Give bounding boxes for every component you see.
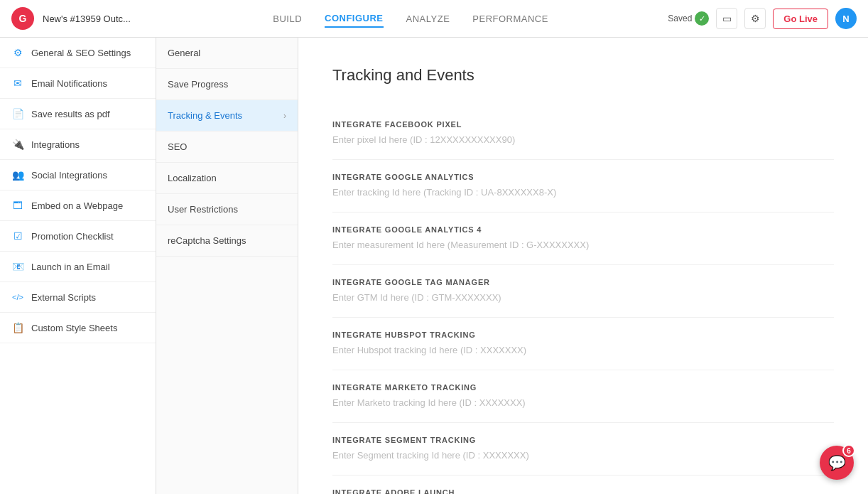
- settings-button[interactable]: ⚙: [744, 8, 766, 29]
- sidebar-item-integrations[interactable]: 🔌 Integrations: [0, 129, 156, 160]
- save-pdf-icon: 📄: [11, 107, 24, 120]
- marketo-label: INTEGRATE MARKETO TRACKING: [332, 383, 834, 392]
- nav-performance[interactable]: PERFORMANCE: [472, 11, 548, 27]
- launch-email-icon: 📧: [11, 260, 24, 273]
- google-tag-manager-label: INTEGRATE GOOGLE TAG MANAGER: [332, 278, 834, 286]
- nav-links: BUILD CONFIGURE ANALYZE PERFORMANCE: [153, 10, 668, 28]
- mid-item-user-restrictions[interactable]: User Restrictions: [156, 194, 298, 225]
- settings-icon: ⚙: [751, 13, 760, 24]
- segment-input[interactable]: [332, 449, 834, 462]
- sidebar-item-promotion-checklist[interactable]: ☑ Promotion Checklist: [0, 221, 156, 252]
- hubspot-input[interactable]: [332, 343, 834, 357]
- marketo-input[interactable]: [332, 396, 834, 409]
- mid-item-save-progress[interactable]: Save Progress: [156, 69, 298, 100]
- custom-style-icon: 📋: [11, 321, 24, 334]
- facebook-pixel-label: INTEGRATE FACEBOOK PIXEL: [332, 120, 834, 129]
- nav-configure[interactable]: CONFIGURE: [325, 10, 384, 28]
- external-scripts-icon: </>: [11, 291, 24, 304]
- google-analytics-label: INTEGRATE GOOGLE ANALYTICS: [332, 173, 834, 181]
- saved-check-icon: ✓: [695, 11, 709, 26]
- sidebar-item-custom-style[interactable]: 📋 Custom Style Sheets: [0, 313, 156, 343]
- main-layout: ⚙ General & SEO Settings ✉ Email Notific…: [0, 38, 868, 494]
- saved-status: Saved ✓: [668, 11, 709, 26]
- main-content: Tracking and Events INTEGRATE FACEBOOK P…: [298, 38, 868, 494]
- nav-analyze[interactable]: ANALYZE: [406, 11, 450, 27]
- tracking-item-segment: INTEGRATE SEGMENT TRACKING: [332, 423, 834, 476]
- general-seo-icon: ⚙: [11, 46, 24, 59]
- go-live-button[interactable]: Go Live: [773, 9, 828, 29]
- tracking-item-google-analytics-4: INTEGRATE GOOGLE ANALYTICS 4: [332, 213, 834, 265]
- google-analytics-4-label: INTEGRATE GOOGLE ANALYTICS 4: [332, 225, 834, 234]
- page-title: Tracking and Events: [332, 66, 834, 85]
- sidebar-item-launch-email[interactable]: 📧 Launch in an Email: [0, 252, 156, 282]
- segment-label: INTEGRATE SEGMENT TRACKING: [332, 436, 834, 444]
- tracking-item-hubspot: INTEGRATE HUBSPOT TRACKING: [332, 318, 834, 370]
- mid-item-recaptcha[interactable]: reCaptcha Settings: [156, 225, 298, 257]
- left-sidebar: ⚙ General & SEO Settings ✉ Email Notific…: [0, 38, 156, 494]
- hubspot-label: INTEGRATE HUBSPOT TRACKING: [332, 331, 834, 339]
- social-integrations-icon: 👥: [11, 168, 24, 181]
- adobe-launch-label: INTEGRATE ADOBE LAUNCH: [332, 488, 834, 494]
- mid-item-general[interactable]: General: [156, 38, 298, 69]
- tracking-item-marketo: INTEGRATE MARKETO TRACKING: [332, 370, 834, 423]
- google-analytics-4-input[interactable]: [332, 238, 834, 252]
- sidebar-item-email-notifications[interactable]: ✉ Email Notifications: [0, 68, 156, 99]
- google-tag-manager-input[interactable]: [332, 291, 834, 304]
- facebook-pixel-input[interactable]: [332, 133, 834, 146]
- tracking-item-google-tag-manager: INTEGRATE GOOGLE TAG MANAGER: [332, 265, 834, 318]
- promotion-icon: ☑: [11, 230, 24, 242]
- mid-item-localization[interactable]: Localization: [156, 163, 298, 194]
- sidebar-item-external-scripts[interactable]: </> External Scripts: [0, 282, 156, 313]
- top-navigation: G New's #13959 Outc... BUILD CONFIGURE A…: [0, 0, 868, 38]
- toggle-icon: ▭: [722, 13, 732, 24]
- sidebar-item-embed-webpage[interactable]: 🗔 Embed on a Webpage: [0, 190, 156, 221]
- chat-widget[interactable]: 💬 6: [820, 446, 854, 480]
- sidebar-item-social-integrations[interactable]: 👥 Social Integrations: [0, 160, 156, 190]
- embed-icon: 🗔: [11, 199, 24, 212]
- tracking-item-google-analytics: INTEGRATE GOOGLE ANALYTICS: [332, 160, 834, 213]
- mid-item-seo[interactable]: SEO: [156, 131, 298, 163]
- email-notifications-icon: ✉: [11, 77, 24, 90]
- app-logo[interactable]: G: [11, 7, 34, 30]
- app-title: New's #13959 Outc...: [43, 14, 131, 24]
- toggle-view-button[interactable]: ▭: [716, 8, 737, 29]
- sidebar-item-save-pdf[interactable]: 📄 Save results as pdf: [0, 99, 156, 129]
- nav-right-actions: Saved ✓ ▭ ⚙ Go Live N: [668, 8, 857, 29]
- chat-badge: 6: [842, 444, 855, 457]
- tracking-item-facebook-pixel: INTEGRATE FACEBOOK PIXEL: [332, 107, 834, 160]
- user-avatar[interactable]: N: [835, 8, 857, 29]
- nav-build[interactable]: BUILD: [273, 11, 302, 27]
- mid-item-tracking-events[interactable]: Tracking & Events ›: [156, 100, 298, 131]
- tracking-arrow-icon: ›: [283, 111, 286, 121]
- mid-sidebar: General Save Progress Tracking & Events …: [156, 38, 298, 494]
- sidebar-item-general-seo[interactable]: ⚙ General & SEO Settings: [0, 38, 156, 68]
- integrations-icon: 🔌: [11, 138, 24, 151]
- tracking-item-adobe-launch: INTEGRATE ADOBE LAUNCH: [332, 476, 834, 494]
- chat-icon: 💬: [828, 454, 846, 471]
- google-analytics-input[interactable]: [332, 186, 834, 199]
